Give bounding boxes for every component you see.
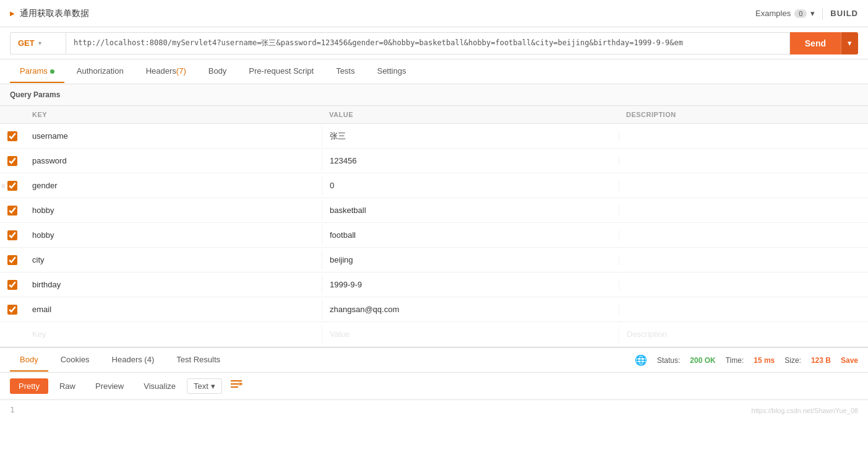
tab-response-headers[interactable]: Headers (4) [102,349,165,372]
row-checkbox[interactable] [7,131,17,141]
top-bar: ▶ 通用获取表单数据 Examples 0 ▾ BUILD [0,0,868,27]
params-table-body: username 张三 password 123456 ≡ gender 0 [0,124,868,347]
bottom-section: Body Cookies Headers (4) Test Results 🌐 … [0,347,868,419]
param-description[interactable] [619,280,868,290]
examples-dropdown-icon[interactable]: ▾ [810,9,815,18]
param-key-placeholder[interactable]: Key [25,325,322,344]
method-dropdown-icon: ▾ [38,40,41,46]
param-description[interactable] [619,230,868,240]
examples-button[interactable]: Examples 0 ▾ [755,9,815,18]
table-row-placeholder: Key Value Description [0,322,868,347]
time-value: 15 ms [754,356,775,365]
row-checkbox-wrapper [0,151,25,171]
param-description[interactable] [619,131,868,141]
row-checkbox-wrapper [0,300,25,320]
param-description[interactable] [619,156,868,166]
table-row: ≡ gender 0 [0,173,868,198]
send-dropdown-button[interactable]: ▾ [841,32,858,54]
param-key[interactable]: username [25,126,322,146]
table-row: hobby basketball [0,198,868,223]
tab-body[interactable]: Body [199,60,237,83]
format-preview[interactable]: Preview [87,378,132,394]
table-row: city beijing [0,248,868,272]
row-checkbox[interactable] [7,206,17,216]
tab-response-body[interactable]: Body [10,349,48,372]
param-key[interactable]: gender [25,176,322,195]
method-label: GET [18,38,35,48]
param-key[interactable]: password [25,151,322,170]
param-key[interactable]: hobby [25,201,322,220]
param-key[interactable]: birthday [25,275,322,294]
param-value[interactable]: football [322,225,619,245]
examples-badge: 0 [794,9,807,18]
top-bar-right: Examples 0 ▾ BUILD [755,7,858,20]
param-description[interactable] [619,206,868,216]
format-raw[interactable]: Raw [51,378,84,394]
url-bar: GET ▾ Send ▾ [0,27,868,59]
params-dot [50,69,54,74]
row-checkbox[interactable] [7,305,17,315]
param-value[interactable]: 张三 [322,126,619,147]
table-row: hobby football [0,223,868,248]
tab-params[interactable]: Params [10,60,64,83]
format-pretty[interactable]: Pretty [10,378,48,394]
param-value[interactable]: 1999-9-9 [322,275,619,294]
table-row: password 123456 [0,149,868,173]
row-checkbox[interactable] [7,280,17,290]
time-label: Time: [726,356,744,365]
param-desc-placeholder[interactable]: Description [619,325,868,344]
response-body-area: 1 https://blog.csdn.net/ShawnYue_08 [0,400,868,419]
param-key[interactable]: email [25,300,322,319]
line-number: 1 [0,400,868,419]
param-description[interactable] [619,305,868,315]
save-button[interactable]: Save [841,356,858,365]
response-tabs-left: Body Cookies Headers (4) Test Results [10,349,233,372]
param-key[interactable]: city [25,250,322,269]
row-checkbox[interactable] [7,156,17,166]
query-params-header: Query Params [0,84,868,106]
params-table-header: KEY VALUE DESCRIPTION [0,106,868,124]
param-value-placeholder[interactable]: Value [322,325,619,344]
size-label: Size: [784,356,801,365]
table-row: birthday 1999-9-9 [0,272,868,297]
text-type-dropdown[interactable]: Text ▾ [187,378,222,394]
tab-response-cookies[interactable]: Cookies [51,349,100,372]
param-key[interactable]: hobby [25,225,322,245]
param-value[interactable]: zhangsan@qq.com [322,300,619,319]
param-description[interactable] [619,255,868,265]
row-checkbox-wrapper [0,250,25,270]
tab-authorization[interactable]: Authorization [67,60,134,83]
size-value: 123 B [811,356,831,365]
build-button[interactable]: BUILD [830,9,858,18]
examples-label: Examples [755,9,791,18]
format-visualize[interactable]: Visualize [135,378,184,394]
col-header-description: DESCRIPTION [619,106,849,123]
row-checkbox[interactable] [7,230,17,240]
tab-settings[interactable]: Settings [367,60,416,83]
globe-icon[interactable]: 🌐 [635,354,647,366]
row-checkbox[interactable] [7,181,17,191]
status-label: Status: [657,356,680,365]
param-description[interactable] [619,181,868,191]
param-value[interactable]: 123456 [322,151,619,170]
param-value[interactable]: basketball [322,201,619,220]
expand-arrow-icon[interactable]: ▶ [10,10,15,17]
row-checkbox[interactable] [7,255,17,265]
param-value[interactable]: beijing [322,250,619,269]
send-button-group: Send ▾ [790,32,858,54]
method-selector[interactable]: GET ▾ [10,32,66,54]
tab-tests[interactable]: Tests [326,60,364,83]
row-checkbox-wrapper: ≡ [0,176,25,196]
text-dropdown-arrow-icon: ▾ [211,381,215,391]
url-input[interactable] [66,32,790,54]
param-value[interactable]: 0 [322,176,619,195]
send-button[interactable]: Send [790,32,841,54]
table-row: email zhangsan@qq.com [0,297,868,322]
wrap-icon[interactable] [230,378,243,394]
tab-pre-request[interactable]: Pre-request Script [239,60,324,83]
status-value: 200 OK [690,356,715,365]
tab-headers[interactable]: Headers(7) [136,60,196,83]
table-row: username 张三 [0,124,868,149]
tab-response-tests[interactable]: Test Results [166,349,230,372]
row-checkbox-placeholder [0,329,25,339]
